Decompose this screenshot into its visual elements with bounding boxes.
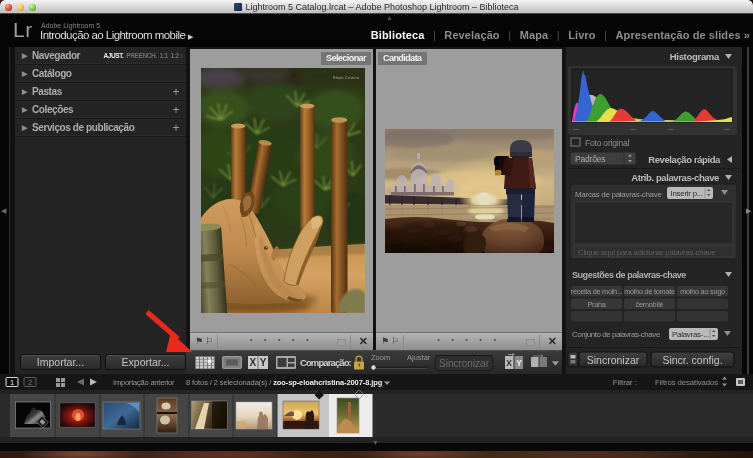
svg-text:černobílé: černobílé [636, 300, 664, 309]
svg-text:Padrões: Padrões [575, 154, 605, 164]
svg-text:Praha: Praha [587, 300, 606, 309]
svg-text:Ajustar: Ajustar [407, 353, 431, 362]
svg-text:Palavras-...: Palavras-... [672, 330, 709, 339]
svg-text:Zoom: Zoom [371, 353, 390, 362]
svg-text:Marcas de palavras-chave: Marcas de palavras-chave [575, 190, 662, 199]
svg-text:8 fotos / 2 selecionada(s) / z: 8 fotos / 2 selecionada(s) / zoo-sp-eloa… [186, 378, 383, 387]
svg-text:Atrib. palavras-chave: Atrib. palavras-chave [631, 172, 719, 183]
svg-text:Eloah Cristina: Eloah Cristina [333, 75, 360, 80]
svg-text:Sincronizar: Sincronizar [439, 358, 490, 369]
svg-text:X: X [506, 358, 512, 368]
svg-text:Filtrar :: Filtrar : [613, 378, 637, 387]
svg-text:Y: Y [516, 358, 522, 368]
svg-text:Filtros desativados: Filtros desativados [655, 378, 718, 387]
svg-text:2: 2 [28, 378, 32, 387]
svg-text:Comparação:: Comparação: [300, 357, 352, 368]
svg-text:molho de tomate: molho de tomate [624, 287, 675, 296]
svg-text:Histograma: Histograma [670, 51, 720, 62]
svg-text:receita de molh...: receita de molh... [571, 287, 623, 296]
svg-text:X: X [249, 357, 256, 368]
svg-text:Clique aqui para adicionar pal: Clique aqui para adicionar palavras-chav… [578, 248, 715, 257]
svg-text:Importação anterior: Importação anterior [113, 378, 175, 387]
svg-text:Sincronizar: Sincronizar [587, 354, 640, 366]
svg-text:Foto original: Foto original [585, 138, 629, 148]
svg-text:Y: Y [260, 357, 267, 368]
svg-text:Sugestões de palavras-chave: Sugestões de palavras-chave [572, 270, 686, 280]
svg-text:1: 1 [10, 378, 14, 387]
svg-text:molho ao sugo: molho ao sugo [680, 287, 725, 296]
svg-text:Sincr. config.: Sincr. config. [662, 354, 722, 366]
svg-text:Conjunto de palavras-chave: Conjunto de palavras-chave [572, 330, 661, 339]
svg-text:Revelação rápida: Revelação rápida [648, 154, 721, 165]
svg-text:Inserir p...: Inserir p... [671, 189, 703, 198]
